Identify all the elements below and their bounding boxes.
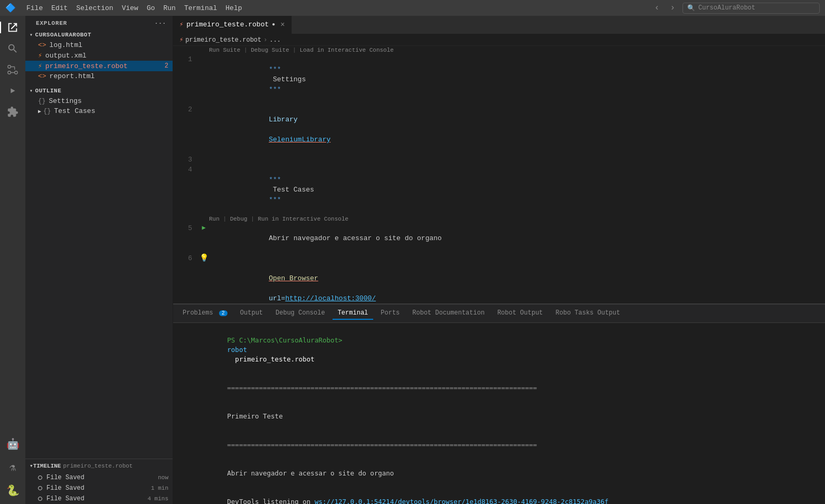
run-suite-link[interactable]: Run Suite <box>209 47 240 53</box>
menu-run[interactable]: Run <box>163 4 175 12</box>
sidebar-title: Explorer <box>36 20 67 26</box>
chevron-down-outline: ▾ <box>30 88 33 94</box>
python-icon[interactable]: 🐍 <box>3 481 22 500</box>
outline-item-testcases[interactable]: ▶ {} Test Cases <box>25 106 173 116</box>
filename-log: log.html <box>50 41 82 49</box>
code-line-6: 6 💡 Open Browser url=http://localhost:30… <box>173 253 825 303</box>
outline-section-label: Outline <box>35 88 62 94</box>
robot-icon[interactable]: 🤖 <box>3 434 22 453</box>
term-sep-text-2: ========================================… <box>227 441 537 449</box>
editor-terminal: Run Suite | Debug Suite | Load in Intera… <box>173 46 825 504</box>
menu-file[interactable]: File <box>26 4 43 12</box>
back-button[interactable]: ‹ <box>651 2 663 14</box>
tab-primeiro-teste[interactable]: ⚡ primeiro_teste.robot ● × <box>173 16 292 34</box>
flask-icon[interactable]: ⚗ <box>3 458 22 477</box>
titlebar-menu: File Edit Selection View Go Run Terminal… <box>26 4 242 12</box>
tab-debug-console[interactable]: Debug Console <box>270 307 330 320</box>
run-arrow-icon[interactable]: ▶ <box>202 223 205 233</box>
menu-selection[interactable]: Selection <box>76 4 113 12</box>
outline-settings-label: Settings <box>49 97 81 105</box>
menu-go[interactable]: Go <box>147 4 155 12</box>
timeline-label-1: File Saved <box>46 474 158 481</box>
breadcrumb-filename: primeiro_teste.robot <box>185 36 261 44</box>
sidebar-more-icon[interactable]: ··· <box>155 20 166 26</box>
file-item-output[interactable]: ⚡ output.xml <box>25 50 173 61</box>
tab-problems[interactable]: Problems 2 <box>177 307 233 320</box>
load-interactive-link[interactable]: Load in Interactive Console <box>300 47 394 53</box>
breadcrumb-separator: › <box>263 36 267 44</box>
line-content-2: Library SeleniumLibrary <box>209 104 825 155</box>
timeline-section-header[interactable]: ▾ Timeline primeiro_teste.robot <box>25 459 173 472</box>
explorer-section-header[interactable]: ▾ CursoAluraRobot <box>25 30 173 40</box>
file-badge: 2 <box>165 62 168 70</box>
file-item-log[interactable]: <> log.html <box>25 40 173 50</box>
text-space2 <box>269 284 285 292</box>
run-debug-icon[interactable] <box>3 81 22 100</box>
term-prompt-text: PS C:\Marcos\CursoAluraRobot> <box>227 336 346 344</box>
explorer-icon[interactable] <box>3 18 22 37</box>
code-line-4: 4 *** Test Cases *** <box>173 165 825 215</box>
hint-icon: 💡 <box>200 253 208 263</box>
tab-robot-output[interactable]: Robot Output <box>492 307 548 320</box>
outline-section-header[interactable]: ▾ Outline <box>25 85 173 96</box>
menu-help[interactable]: Help <box>225 4 242 12</box>
line-num-5: 5 <box>173 223 198 233</box>
sidebar-header: Explorer ··· <box>25 16 173 30</box>
file-item-report[interactable]: <> report.html <box>25 71 173 81</box>
line-content-5: Abrir navegador e acessar o site do orga… <box>209 223 825 253</box>
term-devtools: DevTools listening on ws://127.0.0.1:542… <box>179 488 819 504</box>
tab-robot-docs[interactable]: Robot Documentation <box>407 307 490 320</box>
text-space <box>269 126 285 134</box>
debug-suite-link[interactable]: Debug Suite <box>251 47 289 53</box>
tab-debug-label: Debug Console <box>276 309 325 317</box>
run-test-link[interactable]: Run <box>209 216 220 222</box>
source-control-icon[interactable] <box>3 60 22 79</box>
timeline-dot-1 <box>38 476 42 480</box>
search-icon[interactable] <box>3 39 22 58</box>
file-item-robot[interactable]: ⚡ primeiro_teste.robot 2 <box>25 61 173 71</box>
tab-terminal[interactable]: Terminal <box>333 307 374 320</box>
menu-view[interactable]: View <box>122 4 138 12</box>
timeline-label-3: File Saved <box>46 495 147 502</box>
xml-icon: ⚡ <box>38 51 42 60</box>
term-sep-1: ========================================… <box>179 374 819 402</box>
dirty-dot: ● <box>272 22 275 27</box>
outline-testcases-label: Test Cases <box>54 107 95 115</box>
forward-button[interactable]: › <box>667 2 678 14</box>
activitybar: 🤖 ⚗ 🐍 <box>0 16 25 504</box>
line-content-3 <box>209 155 825 165</box>
tab-label: primeiro_teste.robot <box>186 21 269 28</box>
timeline-label-2: File Saved <box>46 484 151 492</box>
tab-output-label: Output <box>240 309 263 317</box>
tab-problems-label: Problems <box>183 309 213 317</box>
main-layout: 🤖 ⚗ 🐍 Explorer ··· ▾ CursoAluraRobot <> … <box>0 16 825 504</box>
tab-close-button[interactable]: × <box>280 21 285 29</box>
sidebar: Explorer ··· ▾ CursoAluraRobot <> log.ht… <box>25 16 173 504</box>
outline-section: ▾ Outline {} Settings ▶ {} Test Cases <box>25 85 173 116</box>
outline-settings-icon: {} <box>38 98 45 105</box>
breadcrumb-section: ... <box>269 36 281 44</box>
tab-bar: ⚡ primeiro_teste.robot ● × <box>173 16 825 34</box>
debug-test-link[interactable]: Debug <box>230 216 248 222</box>
outline-item-settings[interactable]: {} Settings <box>25 96 173 106</box>
robot-file-icon: ⚡ <box>38 62 42 70</box>
terminal-content[interactable]: PS C:\Marcos\CursoAluraRobot> robot prim… <box>173 323 825 504</box>
term-sep-2: ========================================… <box>179 431 819 459</box>
report-icon: <> <box>38 72 46 80</box>
menu-edit[interactable]: Edit <box>51 4 68 12</box>
tab-output[interactable]: Output <box>235 307 268 320</box>
code-lines: 1 *** Settings *** 2 Library <box>173 54 825 303</box>
menu-terminal[interactable]: Terminal <box>184 4 217 12</box>
tab-robo-tasks-label: Robo Tasks Output <box>556 309 620 317</box>
term-test-name: Abrir navegador e acessar o site do orga… <box>179 459 819 488</box>
titlebar-search[interactable]: 🔍 CursoAluraRobot <box>682 3 820 14</box>
line-num-1: 1 <box>173 54 198 64</box>
tab-robo-tasks[interactable]: Robo Tasks Output <box>551 307 625 320</box>
tab-ports[interactable]: Ports <box>375 307 405 320</box>
extensions-icon[interactable] <box>3 102 22 121</box>
code-editor[interactable]: Run Suite | Debug Suite | Load in Intera… <box>173 46 825 303</box>
line-gutter-5[interactable]: ▶ <box>198 223 209 233</box>
run-interactive-test-link[interactable]: Run in Interactive Console <box>258 216 348 222</box>
term-devtools-url: ws://127.0.0.1:54214/devtools/browser/1e… <box>315 498 609 504</box>
run-test-actions: Run | Debug | Run in Interactive Console <box>173 215 825 223</box>
